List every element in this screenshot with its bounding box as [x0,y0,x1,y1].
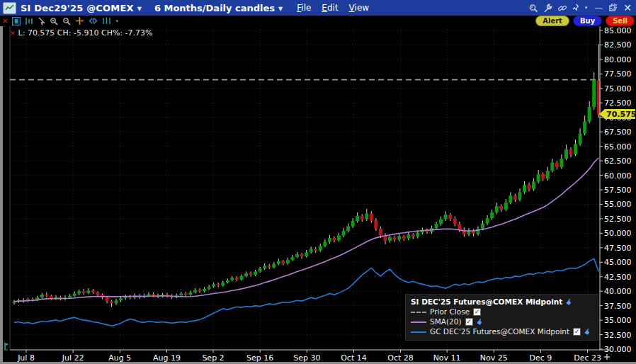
legend-row-sma: SMA(20) ✓ ☛ [411,317,591,326]
tws-chart-window: SI Dec29'25 @COMEX ▼ 6 Months/Daily cand… [0,0,636,364]
svg-text:32.500: 32.500 [604,331,632,340]
legend-label: GC DEC'25 Futures@COMEX Midpoint [430,327,569,336]
svg-text:70.575: 70.575 [606,110,636,119]
titlebar-tools: ▾ [528,4,588,13]
svg-text:82.500: 82.500 [604,40,632,50]
svg-text:67.500: 67.500 [604,127,632,137]
sma-checkbox[interactable]: ✓ [465,318,473,326]
menu-file[interactable]: File [297,3,311,13]
more-tools-caret[interactable]: ▾ [115,16,118,25]
window-controls: — ✕ [594,4,632,12]
legend-row-prior-close: Prior Close ✓ [411,307,591,317]
bar-spacing-icon[interactable] [102,16,111,25]
chart-toolbar: ✕ ▾ Alert Buy Sell [0,16,636,26]
svg-text:50.000: 50.000 [604,229,632,238]
svg-text:47.500: 47.500 [604,244,632,253]
sma-line-sample [411,322,426,323]
zoom-out-icon[interactable] [62,16,71,25]
pin-icon[interactable] [572,4,580,13]
chart-app-icon [3,2,16,14]
drag-hand-icon[interactable]: ☛ [582,326,594,338]
pin-dropdown-caret[interactable]: ▾ [585,5,588,11]
symbol-selector[interactable]: SI Dec29'25 @COMEX [21,3,134,13]
svg-text:57.500: 57.500 [604,186,632,195]
crosshair-position-icon[interactable] [4,340,10,353]
crosshair-icon[interactable] [75,16,84,25]
svg-text:35.000: 35.000 [604,316,632,325]
svg-text:45.000: 45.000 [604,258,632,267]
svg-text:37.500: 37.500 [604,302,632,311]
gc-line-sample [411,331,426,333]
legend-label: Prior Close [430,307,470,317]
svg-text:77.500: 77.500 [604,69,632,79]
svg-text:42.500: 42.500 [604,273,632,282]
minimize-button[interactable]: — [594,4,603,11]
close-panel-icon[interactable]: ✕ [2,16,8,25]
svg-text:62.500: 62.500 [604,157,632,166]
svg-text:30.000: 30.000 [604,345,632,354]
readout-text: L: 70.575 CH: -5.910 CH%: -7.73% [18,28,153,38]
prior-close-line-sample [411,312,426,313]
close-button[interactable]: ✕ [623,4,632,11]
cursor-tool-icon[interactable] [38,16,45,25]
legend-row-gc: GC DEC'25 Futures@COMEX Midpoint ✓ ☛ [411,327,591,336]
svg-text:75.000: 75.000 [604,84,632,93]
gc-checkbox[interactable]: ✓ [573,328,581,336]
sell-button[interactable]: Sell [606,16,635,26]
alert-button[interactable]: Alert [535,16,569,26]
svg-text:55.000: 55.000 [604,200,632,209]
svg-text:72.500: 72.500 [604,98,632,108]
last-price-readout: ✕ L: 70.575 CH: -5.910 CH%: -7.73% [10,28,153,38]
pan-horizontal-icon[interactable] [89,16,98,25]
svg-text:65.000: 65.000 [604,142,632,152]
window-frame-left [0,26,3,364]
title-bar: SI Dec29'25 @COMEX ▼ 6 Months/Daily cand… [0,0,636,16]
restore-button[interactable] [609,4,617,12]
link-icon[interactable] [557,4,567,13]
svg-text:52.500: 52.500 [604,215,632,224]
menu-view[interactable]: View [349,3,369,13]
search-tool-icon[interactable] [528,4,538,13]
menu-edit[interactable]: Edit [322,3,338,13]
drag-hand-icon[interactable]: ☛ [564,297,575,308]
timeframe-dropdown-caret[interactable]: ▼ [278,6,283,12]
price-chart[interactable]: 30.00032.50035.00037.50040.00042.50045.0… [0,26,636,364]
buy-button[interactable]: Buy [573,16,602,26]
svg-text:40.000: 40.000 [604,287,632,296]
drag-hand-icon[interactable]: ☛ [474,317,485,328]
candlestick-style-icon[interactable] [25,16,33,25]
legend-label: SMA(20) [430,317,461,326]
prior-close-checkbox[interactable]: ✓ [473,308,481,316]
remove-readout-icon[interactable]: ✕ [10,30,16,37]
chart-legend: SI DEC'25 Futures@COMEX Midpoint ☛ Prior… [405,294,598,341]
quote-panel-icon[interactable] [12,16,21,25]
menu-bar: File Edit View [297,3,369,13]
symbol-dropdown-caret[interactable]: ▼ [137,6,142,12]
legend-series-title: SI DEC'25 Futures@COMEX Midpoint [411,297,562,307]
timeframe-selector[interactable]: 6 Months/Daily candles [154,3,275,13]
wrench-icon[interactable] [543,4,552,13]
svg-text:80.000: 80.000 [604,55,632,64]
svg-text:60.000: 60.000 [604,171,632,181]
svg-text:85.000: 85.000 [604,26,632,35]
zoom-in-icon[interactable] [50,16,58,25]
